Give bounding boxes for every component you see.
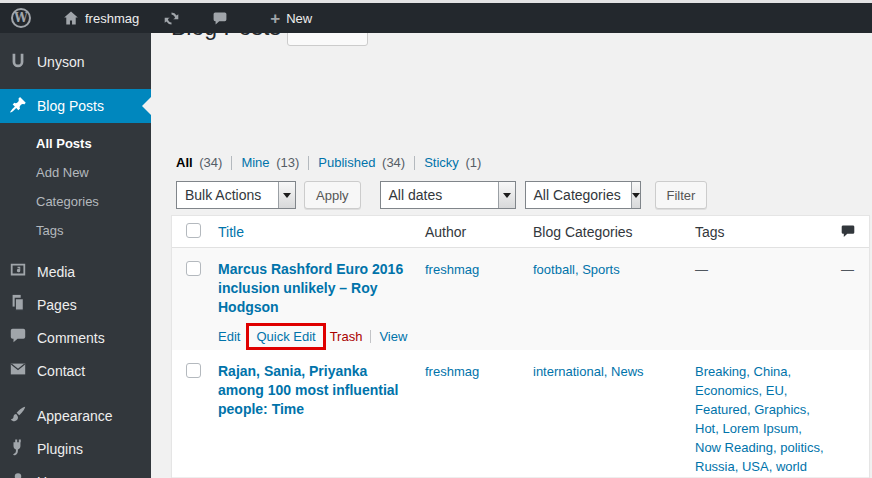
separator [370,330,371,343]
dropdown-arrow-icon[interactable] [631,182,640,208]
sidebar-item-plugins[interactable]: Plugins [0,432,151,465]
filter-button-label: Filter [667,188,696,203]
sidebar-item-appearance[interactable]: Appearance [0,399,151,432]
view-mine-link[interactable]: Mine (13) [241,155,299,170]
apply-button-label: Apply [316,188,349,203]
view-published-label: Published [318,155,375,170]
sidebar-item-label: Media [37,264,75,280]
view-action-link[interactable]: View [379,329,407,344]
menu-separator [0,387,151,399]
admin-comments-menu[interactable] [203,3,243,33]
new-menu-label: New [286,11,312,26]
edit-action-link[interactable]: Edit [218,329,240,344]
updates-menu[interactable] [154,3,195,33]
post-title-link[interactable]: Rajan, Sania, Priyanka among 100 most in… [218,362,413,419]
view-mine-count: (13) [276,155,299,170]
column-header-author: Author [425,216,533,247]
sidebar-item-unyson[interactable]: Unyson [0,45,151,79]
bulk-actions-select[interactable]: Bulk Actions [176,181,296,209]
post-categories-links[interactable]: international, News [533,362,688,381]
wordpress-logo-icon: W [11,8,31,28]
column-header-tags: Tags [688,216,836,247]
sidebar-item-label: Plugins [37,441,83,457]
sidebar-subitem-tags[interactable]: Tags [0,216,151,245]
sidebar-item-blog-posts[interactable]: Blog Posts [0,89,151,123]
new-content-menu[interactable]: + New [261,3,321,33]
sidebar-item-contact[interactable]: Contact [0,354,151,387]
column-header-comments [836,216,869,247]
trash-action-link[interactable]: Trash [330,329,363,344]
separator [308,156,309,170]
pushpin-icon [9,96,27,117]
post-title-link[interactable]: Marcus Rashford Euro 2016 inclusion unli… [218,260,413,317]
paintbrush-icon [9,405,27,426]
users-icon [9,471,27,478]
envelope-icon [9,360,27,381]
plugin-icon [9,438,27,459]
apply-button[interactable]: Apply [304,181,361,209]
post-comments-empty: — [841,260,869,279]
content-area: Blog Posts Add New All (34) Mine (13) Pu… [151,0,872,478]
pages-icon [9,294,27,315]
post-author-link[interactable]: freshmag [425,260,533,279]
post-row-1: Marcus Rashford Euro 2016 inclusion unli… [172,247,869,350]
comments-column-icon [841,225,855,241]
separator [231,156,232,170]
quick-edit-action-link[interactable]: Quick Edit [256,329,315,344]
column-header-title[interactable]: Title [218,224,244,240]
sidebar-item-pages[interactable]: Pages [0,288,151,321]
sidebar-item-users[interactable]: Users [0,465,151,478]
sidebar-item-label: Appearance [37,408,113,424]
sidebar-item-label: Unyson [37,54,84,70]
window-top-edge [0,0,872,3]
sidebar-item-comments[interactable]: Comments [0,321,151,354]
dates-filter-value: All dates [381,187,498,203]
post-categories-links[interactable]: football, Sports [533,260,688,279]
sidebar-subitem-categories[interactable]: Categories [0,187,151,216]
row-checkbox[interactable] [186,261,201,276]
select-all-checkbox[interactable] [186,223,201,238]
column-header-categories: Blog Categories [533,216,688,247]
post-author-link[interactable]: freshmag [425,362,533,381]
dropdown-arrow-icon[interactable] [278,182,295,208]
sidebar-item-media[interactable]: Media [0,255,151,288]
site-name-label: freshmag [85,11,139,26]
sidebar-subitem-all-posts[interactable]: All Posts [0,129,151,158]
view-sticky-count: (1) [465,155,481,170]
updates-icon [163,10,180,27]
row-checkbox[interactable] [186,363,201,378]
categories-filter-select[interactable]: All Categories [525,181,641,209]
site-name-menu[interactable]: freshmag [54,3,148,33]
sidebar-item-label: Blog Posts [37,98,104,114]
view-published-link[interactable]: Published (34) [318,155,405,170]
dates-filter-select[interactable]: All dates [380,181,516,209]
post-row-2: Rajan, Sania, Priyanka among 100 most in… [172,350,869,477]
admin-sidebar: Unyson Blog Posts All Posts Add New Cate… [0,33,151,478]
dropdown-arrow-icon[interactable] [498,182,515,208]
sidebar-subitem-add-new[interactable]: Add New [0,158,151,187]
post-tags-links[interactable]: Breaking, China, Economics, EU, Featured… [695,362,826,476]
bulk-actions-value: Bulk Actions [177,187,278,203]
sidebar-item-label: Users [37,474,74,478]
active-menu-arrow [142,97,151,115]
view-all-link[interactable]: All (34) [176,155,222,170]
row-actions: Edit Quick Edit Trash View [218,324,425,350]
separator [414,156,415,170]
view-published-count: (34) [382,155,405,170]
list-filter-bar: Bulk Actions Apply All dates All Categor… [176,181,707,209]
quick-edit-highlight-box: Quick Edit [246,323,325,350]
home-icon [63,10,79,26]
comments-bubble-icon [212,10,228,26]
sidebar-item-label: Comments [37,330,105,346]
view-sticky-link[interactable]: Sticky (1) [424,155,481,170]
blog-posts-submenu: All Posts Add New Categories Tags [0,123,151,255]
admin-bar: W freshmag + New [0,3,872,33]
comments-icon [9,327,27,348]
wordpress-logo-menu[interactable]: W [0,3,40,33]
filter-button[interactable]: Filter [655,181,708,209]
media-icon [9,261,27,282]
plus-icon: + [270,10,280,27]
categories-filter-value: All Categories [526,187,631,203]
wordpress-admin-page: { "admin_bar": { "wp_logo_glyph": "W", "… [0,0,872,478]
view-all-label: All [176,155,193,170]
